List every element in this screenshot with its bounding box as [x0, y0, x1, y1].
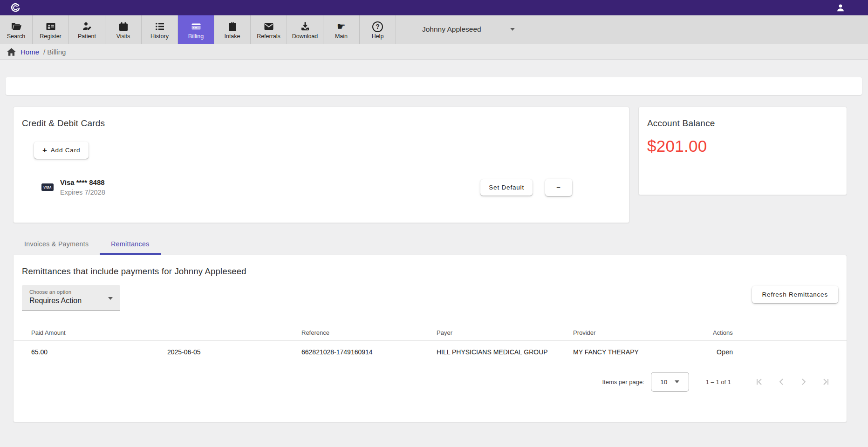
cell-actions: Open [713, 345, 837, 359]
page-range-label: 1 – 1 of 1 [706, 379, 731, 386]
clipboard-icon [227, 20, 238, 32]
nav-history-button[interactable]: History [142, 15, 178, 44]
visa-brand-icon: VISA [41, 183, 54, 191]
nav-history-label: History [150, 34, 169, 40]
last-page-button[interactable] [817, 372, 835, 391]
nav-patient-label: Patient [78, 34, 96, 40]
summary-row: Credit & Debit Cards + Add Card VISA Vis… [13, 107, 847, 223]
nav-download-button[interactable]: Download [287, 15, 323, 44]
nav-register-label: Register [40, 34, 62, 40]
hand-pointer-icon: ☛ [337, 20, 346, 32]
refresh-remittances-button[interactable]: Refresh Remittances [752, 286, 838, 303]
saved-card-row: VISA Visa **** 8488 Expires 7/2028 Set D… [14, 178, 629, 196]
home-icon[interactable] [7, 47, 16, 56]
app-logo-icon[interactable] [9, 2, 21, 14]
items-per-page-select[interactable]: 10 [651, 372, 689, 392]
nav-search-button[interactable]: Search [0, 15, 33, 44]
tab-remittances[interactable]: Remittances [100, 234, 160, 255]
table-row: 65.00 2025-06-05 662821028-1749160914 HI… [14, 341, 847, 363]
nav-referrals-button[interactable]: Referrals [251, 15, 287, 44]
cell-provider: MY FANCY THERAPY [573, 348, 713, 356]
remittances-filter-row: Choose an option Requires Action Refresh… [14, 277, 847, 311]
remittances-heading: Remittances that include payments for Jo… [14, 266, 847, 277]
column-payer: Payer [437, 329, 573, 336]
cards-panel-title: Credit & Debit Cards [14, 118, 629, 129]
paginator-nav [750, 372, 835, 391]
patient-select[interactable]: Johnny Appleseed [415, 22, 519, 37]
billing-app: Search Register [0, 0, 868, 447]
download-icon [299, 20, 311, 32]
credit-card-icon [190, 20, 203, 32]
paginator: Items per page: 10 1 – 1 of 1 [14, 368, 847, 396]
open-remittance-button[interactable]: Open [713, 345, 737, 359]
nav-intake-button[interactable]: Intake [214, 15, 251, 44]
person-edit-icon [81, 20, 93, 32]
account-balance-panel: Account Balance $201.00 [638, 107, 847, 195]
card-expiry: Expires 7/2028 [60, 189, 105, 196]
remittances-panel: Remittances that include payments for Jo… [13, 255, 847, 422]
cell-date: 2025-06-05 [167, 348, 301, 356]
nav-main-button[interactable]: ☛ Main [323, 15, 360, 44]
status-filter-select[interactable]: Choose an option Requires Action [22, 285, 120, 311]
breadcrumb: Home / Billing [0, 44, 868, 60]
page-content: Credit & Debit Cards + Add Card VISA Vis… [0, 60, 868, 447]
tab-invoices-payments[interactable]: Invoices & Payments [13, 234, 100, 255]
table-header-row: Paid Amount Reference Payer Provider Act… [14, 325, 847, 341]
add-card-button[interactable]: + Add Card [34, 142, 89, 159]
nav-billing-button[interactable]: Billing [178, 15, 214, 44]
nav-referrals-label: Referrals [257, 34, 280, 40]
next-page-button[interactable] [794, 372, 813, 391]
question-circle-icon: ? [372, 20, 383, 32]
column-reference: Reference [301, 329, 437, 336]
chevron-down-icon [108, 297, 113, 300]
card-label: Visa **** 8488 [60, 178, 105, 186]
list-icon [154, 20, 166, 32]
remove-card-button[interactable]: − [545, 179, 572, 196]
nav-visits-button[interactable]: Visits [105, 15, 142, 44]
card-actions: Set Default − [480, 179, 601, 196]
cell-reference: 662821028-1749160914 [301, 348, 437, 356]
remittances-table: Paid Amount Reference Payer Provider Act… [14, 325, 847, 363]
column-paid-amount: Paid Amount [31, 329, 167, 336]
add-card-label: Add Card [51, 147, 81, 154]
set-default-button[interactable]: Set Default [480, 179, 533, 196]
items-per-page-value: 10 [660, 379, 667, 386]
column-provider: Provider [573, 329, 713, 336]
status-filter-value: Requires Action [29, 297, 114, 305]
previous-page-button[interactable] [772, 372, 791, 391]
billing-tabs: Invoices & Payments Remittances [13, 234, 868, 255]
status-filter-label: Choose an option [29, 289, 114, 295]
chevron-right-icon [799, 377, 808, 386]
account-balance-amount: $201.00 [647, 137, 838, 156]
user-account-icon[interactable] [835, 3, 846, 13]
nav-register-button[interactable]: Register [33, 15, 69, 44]
credit-debit-cards-panel: Credit & Debit Cards + Add Card VISA Vis… [13, 107, 629, 223]
nav-help-label: Help [372, 34, 384, 40]
folder-open-icon [10, 20, 22, 32]
column-actions: Actions [713, 329, 837, 336]
plus-icon: + [42, 146, 48, 154]
content-header-bar [6, 77, 862, 95]
nav-search-label: Search [7, 34, 26, 40]
cell-payer: HILL PHYSICIANS MEDICAL GROUP [437, 348, 573, 356]
chevron-down-icon [510, 28, 515, 31]
cell-paid-amount: 65.00 [31, 348, 167, 356]
patient-select-value: Johnny Appleseed [422, 25, 510, 34]
nav-intake-label: Intake [224, 34, 240, 40]
top-app-bar [0, 0, 868, 15]
nav-visits-label: Visits [116, 34, 130, 40]
chevron-left-icon [777, 377, 786, 386]
id-card-icon [45, 20, 57, 32]
nav-help-button[interactable]: ? Help [360, 15, 396, 44]
first-page-button[interactable] [750, 372, 768, 391]
card-info: Visa **** 8488 Expires 7/2028 [60, 178, 105, 196]
first-page-icon [754, 377, 764, 386]
chevron-down-icon [675, 380, 679, 383]
nav-billing-label: Billing [188, 34, 204, 40]
calendar-icon [117, 20, 130, 32]
nav-main-label: Main [335, 34, 348, 40]
breadcrumb-home-link[interactable]: Home [21, 48, 39, 56]
breadcrumb-current: / Billing [43, 48, 66, 56]
balance-panel-title: Account Balance [647, 118, 838, 129]
nav-patient-button[interactable]: Patient [69, 15, 105, 44]
